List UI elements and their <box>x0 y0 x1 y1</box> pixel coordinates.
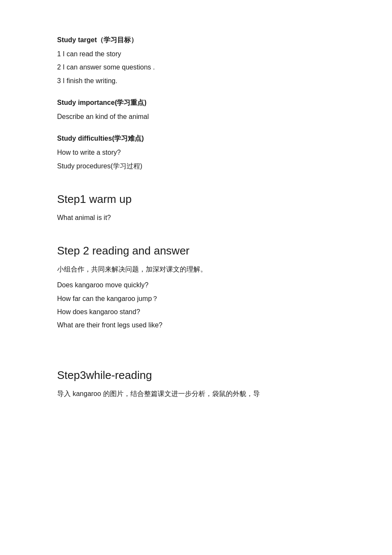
study-procedures-label: Study procedures(学习过程) <box>57 160 335 172</box>
difficulties-text: How to write a story? <box>57 147 335 158</box>
study-procedures-content: Study procedures(学习过程) <box>57 160 335 172</box>
step1-question: What animal is it? <box>57 212 335 223</box>
step2-question-2: How far can the kangaroo jump？ <box>57 293 335 304</box>
step1-heading: Step1 warm up <box>57 190 335 208</box>
step3-heading: Step3while-reading <box>57 366 335 384</box>
target-text-3: 3 I finish the writing. <box>57 75 335 87</box>
step2-heading: Step 2 reading and answer <box>57 241 335 260</box>
step3-chinese: 导入 kangaroo 的图片，结合整篇课文进一步分析，袋鼠的外貌，导 <box>57 388 335 399</box>
step2-question-3: How does kangaroo stand? <box>57 306 335 318</box>
target-item-3: 3 I finish the writing. <box>57 75 335 87</box>
difficulties-content: How to write a story? <box>57 147 335 158</box>
target-text-1: 1 I can read the story <box>57 48 335 60</box>
study-target-section: Study target（学习目标） <box>57 34 335 46</box>
step2-chinese: 小组合作，共同来解决问题，加深对课文的理解。 <box>57 263 335 275</box>
step2-section: Step 2 reading and answer 小组合作，共同来解决问题，加… <box>57 241 335 331</box>
step2-question-1: Does kangaroo move quickly? <box>57 279 335 291</box>
study-importance-section: Study importance(学习重点) <box>57 97 335 108</box>
importance-text: Describe an kind of the animal <box>57 111 335 122</box>
target-item-2: 2 I can answer some questions . <box>57 61 335 73</box>
step1-section: Step1 warm up What animal is it? <box>57 190 335 223</box>
importance-content: Describe an kind of the animal <box>57 111 335 122</box>
study-difficulties-label: Study difficulties(学习难点) <box>57 133 335 144</box>
study-target-label: Study target（学习目标） <box>57 34 335 46</box>
target-text-2: 2 I can answer some questions . <box>57 61 335 73</box>
study-importance-label: Study importance(学习重点) <box>57 97 335 108</box>
step2-question-4: What are their front legs used like? <box>57 319 335 331</box>
step3-section: Step3while-reading 导入 kangaroo 的图片，结合整篇课… <box>57 366 335 399</box>
target-item-1: 1 I can read the story <box>57 48 335 60</box>
page-content: Study target（学习目标） 1 I can read the stor… <box>57 34 335 400</box>
study-difficulties-section: Study difficulties(学习难点) <box>57 133 335 144</box>
